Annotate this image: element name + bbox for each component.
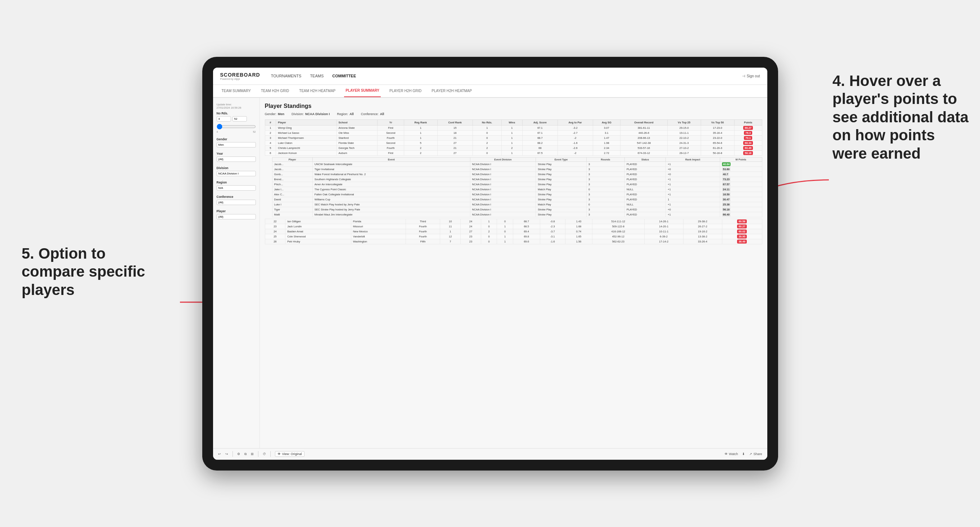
- no-rds-max-input[interactable]: [232, 116, 247, 122]
- division-select[interactable]: NCAA Division I: [217, 171, 256, 176]
- expanded-table: Player Event Event Division Event Type R…: [272, 157, 762, 217]
- logo-title: SCOREBOARD: [220, 72, 260, 78]
- top-nav: SCOREBOARD Powered by clippi TOURNAMENTS…: [213, 68, 767, 85]
- share-button[interactable]: ↗ Share: [749, 452, 762, 456]
- expanded-row: Brend... Southern Highlands Collegiate N…: [272, 177, 762, 182]
- tab-team-h2h-heatmap[interactable]: TEAM H2H HEATMAP: [298, 85, 337, 97]
- exp-col-type: Event Type: [536, 157, 587, 162]
- points-badge: 70.1: [744, 136, 752, 140]
- player-select[interactable]: (All): [217, 214, 256, 219]
- exp-col-rounds: Rounds: [587, 157, 625, 162]
- layout-button[interactable]: ⊞: [251, 452, 254, 456]
- tab-player-h2h-heatmap[interactable]: PLAYER H2H HEATMAP: [430, 85, 473, 97]
- col-avg-to-par: Avg to Par: [557, 119, 593, 125]
- sidebar-division: Division NCAA Division I: [217, 166, 256, 176]
- copy-button[interactable]: ⧉: [244, 452, 247, 456]
- settings-button[interactable]: ⚙: [237, 452, 240, 456]
- sidebar-region: Region N/A: [217, 181, 256, 190]
- col-player: Player: [276, 119, 337, 125]
- logo-area: SCOREBOARD Powered by clippi: [220, 72, 260, 80]
- conference-label: Conference: [217, 195, 256, 198]
- points-badge: 39.95: [737, 235, 747, 238]
- col-adj-score: Adj. Score: [523, 119, 558, 125]
- table-row[interactable]: 26 Petr Hruby Washington Fifth 7 23 0 1 …: [265, 239, 762, 244]
- points-badge: 58.18: [743, 151, 753, 155]
- tab-team-summary[interactable]: TEAM SUMMARY: [220, 85, 253, 97]
- undo-button[interactable]: ↩: [218, 452, 221, 456]
- expanded-row: Phich... Amer An Intercollegiate NCAA Di…: [272, 182, 762, 187]
- tab-player-summary[interactable]: PLAYER SUMMARY: [344, 85, 381, 97]
- redo-button[interactable]: ↪: [225, 452, 228, 456]
- sign-out-label[interactable]: Sign out: [747, 74, 760, 78]
- exp-col-status: Status: [624, 157, 665, 162]
- col-conf-rank: Conf Rank: [437, 119, 473, 125]
- col-avg-sg: Avg SG: [593, 119, 620, 125]
- toolbar-divider-3: [270, 451, 270, 457]
- player-label: Player: [217, 210, 256, 213]
- sidebar: Update time: 27/01/2024 16:56:26 No Rds.…: [213, 98, 260, 448]
- table-row[interactable]: 5 Christo Lamprecht Georgia Tech Fourth …: [265, 145, 762, 150]
- col-school: School: [337, 119, 377, 125]
- share-icon: ↗: [749, 452, 752, 456]
- col-overall: Overall Record: [620, 119, 668, 125]
- no-rds-range[interactable]: [217, 124, 256, 130]
- toolbar-divider-2: [258, 451, 258, 457]
- table-row[interactable]: 2 Michael La Sasso Ole Miss Second 1 18 …: [265, 130, 762, 135]
- expanded-row: Tiger SEC Stroke Play hosted by Jerry Pa…: [272, 207, 762, 212]
- table-row[interactable]: 22 Ian Gilligan Florida Third 10 24 1 0 …: [265, 219, 762, 224]
- nav-tournaments[interactable]: TOURNAMENTS: [271, 72, 302, 79]
- conference-select[interactable]: (All): [217, 200, 256, 205]
- table-row[interactable]: 24 Bastien Amat New Mexico Fourth 1 27 2…: [265, 229, 762, 234]
- tablet-frame: SCOREBOARD Powered by clippi TOURNAMENTS…: [202, 57, 778, 470]
- table-row[interactable]: 23 Jack Lundin Missouri Fourth 11 24 0 1…: [265, 224, 762, 229]
- filter-conference: Conference: All: [361, 112, 384, 116]
- col-vs-top25: Vs Top 25: [667, 119, 701, 125]
- no-rds-label: No Rds.: [217, 111, 256, 115]
- sub-nav: TEAM SUMMARY TEAM H2H GRID TEAM H2H HEAT…: [213, 85, 767, 98]
- expanded-row: Alex C... Fallen Oak Collegiate Invitati…: [272, 192, 762, 197]
- table-row[interactable]: 4 Luke Claton Florida State Second 5 27 …: [265, 140, 762, 145]
- region-select[interactable]: N/A: [217, 185, 256, 190]
- expanded-row: Jacob... Tiger Invitational NCAA Divisio…: [272, 167, 762, 171]
- gender-select[interactable]: Men Women: [217, 142, 256, 148]
- filter-gender: Gender: Men: [265, 112, 285, 116]
- watch-icon: 👁: [724, 452, 728, 456]
- sign-out[interactable]: ⊣ Sign out: [742, 74, 760, 78]
- region-label: Region: [217, 181, 256, 184]
- exp-col-points: W Points: [720, 157, 762, 162]
- table-row[interactable]: 3 Michael Thorbjornsen Stanford Fourth 1…: [265, 135, 762, 140]
- points-badge: 60.49: [743, 146, 753, 150]
- exp-col-rank-impact: Rank Impact: [666, 157, 720, 162]
- sidebar-year: Year (All): [217, 152, 256, 162]
- tablet-screen: SCOREBOARD Powered by clippi TOURNAMENTS…: [213, 68, 767, 460]
- nav-teams[interactable]: TEAMS: [310, 72, 323, 79]
- points-badge: 76.3: [744, 131, 752, 135]
- table-row[interactable]: 1 Wenyi Ding Arizona State First 1 15 1 …: [265, 125, 762, 130]
- annotation-right: 4. Hover over a player's points to see a…: [832, 72, 969, 163]
- table-row[interactable]: 25 Cole Sherwood Vanderbilt Fourth 12 23…: [265, 234, 762, 239]
- exp-col-event: Event: [312, 157, 470, 162]
- view-original-button[interactable]: 👁 View: Original: [275, 451, 304, 457]
- annotation-left: 5. Option to compare specific players: [22, 244, 158, 299]
- year-select[interactable]: (All): [217, 157, 256, 162]
- tab-player-h2h-grid[interactable]: PLAYER H2H GRID: [388, 85, 423, 97]
- expanded-row: David Williams Cup NCAA Division I Strok…: [272, 197, 762, 202]
- sidebar-gender: Gender Men Women: [217, 137, 256, 148]
- points-badge: 38.49: [737, 240, 747, 243]
- watch-button[interactable]: 👁 Watch: [724, 452, 738, 456]
- table-row[interactable]: 6 Jackson Koivun Auburn First 2 27 0 1 6…: [265, 150, 762, 156]
- points-badge: 60.27: [737, 224, 747, 229]
- view-icon: 👁: [277, 452, 281, 456]
- no-rds-min-input[interactable]: [217, 116, 231, 122]
- col-num: #: [265, 119, 276, 125]
- sign-out-icon: ⊣: [742, 74, 745, 78]
- nav-committee[interactable]: COMMITTEE: [332, 72, 356, 79]
- filter-region: Region: All: [337, 112, 354, 116]
- points-badge: 68.34: [743, 141, 753, 145]
- clock-button[interactable]: ⏱: [263, 452, 266, 456]
- col-reg-rank: Reg Rank: [404, 119, 437, 125]
- view-label: View: Original: [282, 452, 302, 456]
- download-button[interactable]: ⬇: [742, 452, 745, 456]
- update-time: Update time: 27/01/2024 16:56:26: [217, 103, 256, 110]
- tab-team-h2h-grid[interactable]: TEAM H2H GRID: [259, 85, 290, 97]
